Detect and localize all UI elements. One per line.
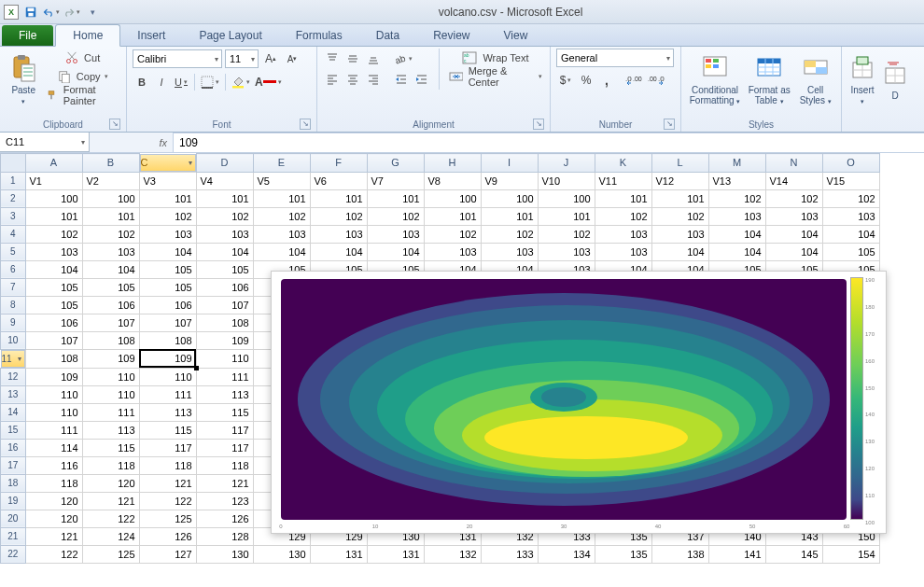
paste-button[interactable]: Paste▾ — [6, 49, 41, 110]
cell[interactable]: 113 — [196, 385, 253, 403]
cell[interactable]: 103 — [253, 225, 310, 243]
row-header[interactable]: 12 — [1, 368, 26, 385]
column-header[interactable]: J — [538, 154, 595, 173]
row-header[interactable]: 22 — [1, 545, 26, 563]
bold-button[interactable]: B — [133, 73, 151, 91]
cell[interactable]: 131 — [367, 545, 424, 563]
column-header[interactable]: M — [708, 154, 765, 173]
cell[interactable]: 102 — [25, 225, 82, 243]
column-header[interactable]: G — [367, 154, 424, 173]
file-tab[interactable]: File — [2, 25, 53, 46]
cell[interactable]: 103 — [367, 225, 424, 243]
cell[interactable]: 120 — [25, 492, 82, 510]
cell[interactable]: 104 — [822, 225, 879, 243]
cell[interactable]: V12 — [651, 172, 708, 189]
clipboard-dialog-launcher[interactable]: ↘ — [109, 119, 120, 130]
column-header[interactable]: F — [310, 154, 367, 173]
cell[interactable]: 122 — [139, 492, 196, 510]
cell[interactable]: 100 — [481, 189, 538, 207]
cell[interactable]: 100 — [82, 189, 139, 207]
cell[interactable]: V9 — [481, 172, 538, 189]
tab-insert[interactable]: Insert — [120, 25, 182, 46]
cell[interactable]: V15 — [822, 172, 879, 189]
cell[interactable]: V2 — [82, 172, 139, 189]
cell[interactable]: 104 — [196, 243, 253, 260]
row-header[interactable]: 7 — [1, 278, 26, 296]
cell[interactable]: 109 — [196, 331, 253, 349]
cell[interactable]: 115 — [196, 403, 253, 421]
font-size-select[interactable]: 11 — [225, 49, 259, 68]
cell[interactable]: 110 — [25, 403, 82, 421]
cell[interactable]: 118 — [82, 456, 139, 474]
cell[interactable]: 113 — [139, 403, 196, 421]
cell[interactable]: 108 — [82, 331, 139, 349]
cell[interactable]: 154 — [822, 545, 879, 563]
cell[interactable]: 114 — [25, 439, 82, 456]
cell[interactable]: 108 — [196, 314, 253, 331]
cell[interactable]: V5 — [253, 172, 310, 189]
row-header[interactable]: 13 — [1, 385, 26, 403]
cell[interactable]: 101 — [253, 189, 310, 207]
worksheet-grid[interactable]: ABCDEFGHIJKLMNO 1V1V2V3V4V5V6V7V8V9V10V1… — [0, 153, 924, 587]
cell[interactable]: 104 — [651, 243, 708, 260]
cell[interactable]: 125 — [82, 545, 139, 563]
cell[interactable]: V13 — [708, 172, 765, 189]
cell[interactable]: 102 — [82, 225, 139, 243]
align-bottom-button[interactable] — [364, 49, 383, 68]
cell[interactable]: 103 — [708, 207, 765, 225]
font-dialog-launcher[interactable]: ↘ — [300, 119, 311, 130]
cell[interactable]: 102 — [367, 207, 424, 225]
cell[interactable]: 145 — [765, 545, 822, 563]
cell[interactable]: 103 — [822, 207, 879, 225]
fill-color-button[interactable] — [230, 73, 252, 91]
column-header[interactable]: I — [481, 154, 538, 173]
undo-icon[interactable] — [43, 4, 60, 21]
row-header[interactable]: 9 — [1, 314, 26, 331]
qat-customize-icon[interactable]: ▾ — [84, 4, 101, 21]
orientation-button[interactable]: ab — [392, 49, 414, 68]
cell[interactable]: 100 — [424, 189, 481, 207]
row-header[interactable]: 10 — [1, 331, 26, 349]
cell[interactable]: 102 — [253, 207, 310, 225]
cell[interactable]: 107 — [82, 314, 139, 331]
column-header[interactable]: O — [822, 154, 879, 173]
wrap-text-button[interactable]: abcWrap Text — [447, 49, 544, 67]
decrease-decimal-button[interactable]: .00.0 — [646, 71, 666, 90]
conditional-formatting-button[interactable]: Conditional Formatting ▾ — [687, 49, 743, 110]
decrease-indent-button[interactable] — [392, 70, 411, 89]
cell[interactable]: 130 — [253, 545, 310, 563]
row-header[interactable]: 4 — [1, 225, 26, 243]
cell[interactable]: 100 — [538, 189, 595, 207]
cell[interactable]: 102 — [595, 207, 651, 225]
cell[interactable]: 107 — [139, 314, 196, 331]
cell[interactable]: 120 — [25, 510, 82, 527]
cell[interactable]: 101 — [310, 189, 367, 207]
cell[interactable]: 106 — [82, 296, 139, 314]
cell[interactable]: 101 — [481, 207, 538, 225]
cell[interactable]: 111 — [196, 368, 253, 385]
cell[interactable]: 101 — [424, 207, 481, 225]
delete-cells-button[interactable]: D — [881, 49, 909, 110]
cell[interactable]: 125 — [139, 510, 196, 527]
cell[interactable]: 104 — [25, 260, 82, 278]
cell[interactable]: 103 — [595, 225, 651, 243]
fx-icon[interactable]: fx — [159, 137, 167, 148]
cell[interactable]: V3 — [139, 172, 196, 189]
column-header[interactable]: D — [196, 154, 253, 173]
cell[interactable]: 103 — [595, 243, 651, 260]
cell[interactable]: 106 — [196, 278, 253, 296]
cell[interactable]: 118 — [25, 474, 82, 492]
cell[interactable]: 117 — [196, 421, 253, 439]
align-right-button[interactable] — [364, 70, 383, 89]
cell[interactable]: 102 — [481, 225, 538, 243]
cell[interactable]: 111 — [82, 403, 139, 421]
cell-styles-button[interactable]: Cell Styles ▾ — [795, 49, 835, 110]
merge-center-button[interactable]: Merge & Center — [447, 67, 544, 86]
column-header[interactable]: L — [651, 154, 708, 173]
tab-view[interactable]: View — [487, 25, 545, 46]
cell[interactable]: 102 — [196, 207, 253, 225]
cell[interactable]: 121 — [139, 474, 196, 492]
cell[interactable]: 107 — [25, 331, 82, 349]
cell[interactable]: 118 — [139, 456, 196, 474]
cell[interactable]: 130 — [196, 545, 253, 563]
